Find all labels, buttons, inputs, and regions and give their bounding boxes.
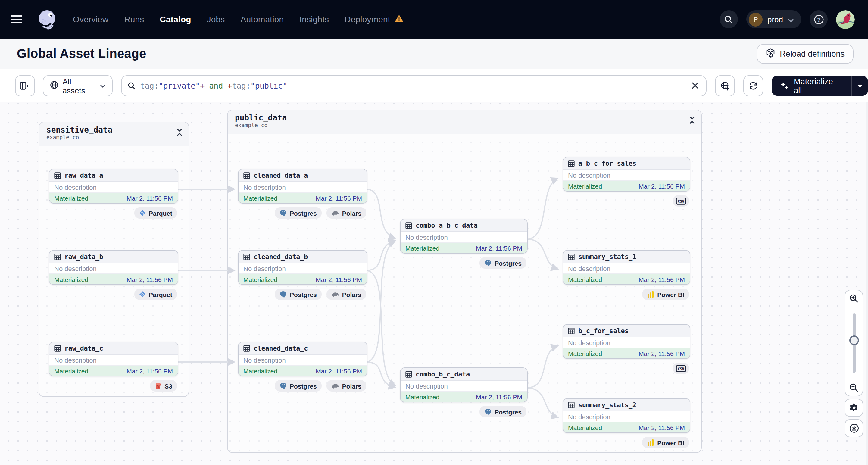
- lineage-canvas[interactable]: sensitive_data example_co public_data ex…: [0, 102, 868, 465]
- asset-description: No description: [563, 411, 690, 422]
- dagster-logo[interactable]: [35, 8, 58, 31]
- kind-tag-postgres[interactable]: Postgres: [275, 288, 322, 300]
- asset-node-raw-data-a[interactable]: raw_data_a No description MaterializedMa…: [49, 169, 178, 204]
- asset-scope-label: All assets: [63, 77, 96, 95]
- kind-tag-polars[interactable]: Polars: [327, 288, 366, 300]
- materialize-all-split-button: Materialize all: [772, 76, 868, 96]
- kind-tag-power-bi[interactable]: Power BI: [642, 288, 689, 300]
- status-badge: Materialized: [243, 194, 277, 202]
- asset-node-raw-data-c[interactable]: raw_data_c No description MaterializedMa…: [49, 342, 178, 376]
- asset-node-cleaned-data-b[interactable]: cleaned_data_b No description Materializ…: [238, 250, 367, 285]
- reload-definitions-label: Reload definitions: [780, 49, 844, 58]
- asset-description: No description: [401, 232, 527, 243]
- status-badge: Materialized: [568, 276, 602, 283]
- kind-tag-postgres[interactable]: Postgres: [479, 406, 526, 417]
- kind-tag-parquet[interactable]: Parquet: [134, 207, 177, 219]
- nav-item-catalog[interactable]: Catalog: [160, 14, 191, 24]
- zoom-slider[interactable]: [845, 307, 863, 379]
- materialize-options-caret[interactable]: [852, 84, 868, 88]
- sidebar-toggle-button[interactable]: [15, 75, 35, 96]
- asset-node-raw-data-b[interactable]: raw_data_b No description MaterializedMa…: [49, 250, 178, 285]
- asset-timestamp: Mar 2, 11:56 PM: [126, 194, 173, 202]
- hamburger-icon[interactable]: [11, 15, 22, 24]
- asset-description: No description: [563, 170, 690, 181]
- nav-item-deployment[interactable]: Deployment: [345, 14, 403, 25]
- reload-definitions-button[interactable]: Reload definitions: [756, 44, 854, 64]
- kind-tags: S3: [49, 380, 177, 392]
- deployment-switcher[interactable]: P prod: [746, 10, 801, 28]
- user-avatar[interactable]: [836, 10, 855, 29]
- nav-item-overview[interactable]: Overview: [73, 14, 108, 24]
- asset-search-input[interactable]: tag:"private"+ and +tag:"public": [121, 75, 707, 96]
- zoom-out-button[interactable]: [845, 379, 863, 396]
- asset-timestamp: Mar 2, 11:56 PM: [316, 367, 362, 374]
- nav-item-runs[interactable]: Runs: [124, 14, 144, 24]
- kind-tags: Power BI: [563, 288, 689, 300]
- table-icon: [405, 371, 412, 377]
- kind-tag-polars[interactable]: Polars: [327, 380, 366, 392]
- asset-description: No description: [563, 263, 690, 274]
- status-badge: Materialized: [568, 182, 602, 189]
- zoom-slider-handle[interactable]: [849, 335, 859, 345]
- asset-timestamp: Mar 2, 11:56 PM: [639, 350, 685, 357]
- nav-item-insights[interactable]: Insights: [299, 14, 329, 24]
- asset-timestamp: Mar 2, 11:56 PM: [316, 276, 362, 283]
- asset-timestamp: Mar 2, 11:56 PM: [476, 393, 522, 400]
- polars-icon: [331, 383, 339, 389]
- materialize-all-button[interactable]: Materialize all: [772, 77, 851, 95]
- asset-node-summary-stats-1[interactable]: summary_stats_1 No description Materiali…: [563, 250, 690, 285]
- kind-tag-power-bi[interactable]: Power BI: [642, 437, 689, 448]
- kind-tag-s3[interactable]: S3: [150, 380, 177, 392]
- parquet-icon: [139, 210, 146, 216]
- canvas-scrollbar[interactable]: [866, 102, 868, 465]
- asset-timestamp: Mar 2, 11:56 PM: [639, 276, 685, 283]
- page-header: Global Asset Lineage Reload definitions: [0, 38, 868, 69]
- polars-icon: [331, 291, 339, 297]
- cube-reload-icon: [765, 48, 775, 59]
- dagster-asset-lineage-page: Overview Runs Catalog Jobs Automation In…: [0, 0, 868, 465]
- asset-node-combo-a-b-c-data[interactable]: combo_a_b_c_data No description Material…: [400, 219, 528, 254]
- kind-tags: Postgres Polars: [238, 288, 366, 300]
- postgres-icon: [279, 209, 287, 217]
- status-badge: Materialized: [568, 350, 602, 357]
- close-icon[interactable]: [690, 81, 700, 91]
- kind-tag-postgres[interactable]: Postgres: [479, 257, 526, 269]
- kind-tag-polars[interactable]: Polars: [327, 207, 366, 219]
- status-badge: Materialized: [54, 276, 88, 283]
- kind-tag-csv[interactable]: CSV: [673, 363, 689, 374]
- sparkles-icon: [780, 81, 789, 90]
- zoom-controls: [844, 290, 863, 396]
- table-icon: [568, 160, 575, 166]
- asset-node-summary-stats-2[interactable]: summary_stats_2 No description Materiali…: [563, 398, 690, 433]
- search-icon[interactable]: [720, 10, 738, 28]
- zoom-in-button[interactable]: [845, 290, 863, 307]
- nav-item-jobs[interactable]: Jobs: [207, 14, 225, 24]
- kind-tag-parquet[interactable]: Parquet: [134, 288, 177, 300]
- chevron-down-icon: [788, 14, 794, 25]
- power-bi-icon: [647, 290, 654, 298]
- refresh-button[interactable]: [743, 75, 763, 96]
- settings-button[interactable]: [844, 399, 863, 417]
- download-button[interactable]: [844, 419, 863, 437]
- nav-item-automation[interactable]: Automation: [241, 14, 284, 24]
- status-badge: Materialized: [243, 276, 277, 283]
- kind-tags: Power BI: [563, 437, 689, 448]
- asset-node-a-b-c-for-sales[interactable]: a_b_c_for_sales No description Materiali…: [563, 157, 690, 191]
- kind-tag-csv[interactable]: CSV: [673, 195, 689, 207]
- asset-scope-dropdown[interactable]: All assets: [43, 75, 113, 96]
- asset-node-combo-b-c-data[interactable]: combo_b_c_data No description Materializ…: [400, 367, 528, 402]
- asset-description: No description: [239, 182, 367, 193]
- postgres-icon: [484, 259, 492, 267]
- kind-tag-postgres[interactable]: Postgres: [275, 380, 322, 392]
- asset-node-cleaned-data-a[interactable]: cleaned_data_a No description Materializ…: [238, 169, 367, 204]
- materialize-all-label: Materialize all: [794, 77, 843, 95]
- deployment-name: prod: [767, 15, 783, 24]
- page-title: Global Asset Lineage: [17, 46, 146, 61]
- globe-icon: [50, 81, 58, 91]
- asset-node-b-c-for-sales[interactable]: b_c_for_sales No description Materialize…: [563, 324, 690, 359]
- kind-tag-postgres[interactable]: Postgres: [275, 207, 322, 219]
- help-icon[interactable]: ?: [810, 10, 828, 28]
- asset-node-cleaned-data-c[interactable]: cleaned_data_c No description Materializ…: [238, 342, 367, 376]
- asset-description: No description: [401, 381, 527, 392]
- globe-add-button[interactable]: [715, 75, 735, 96]
